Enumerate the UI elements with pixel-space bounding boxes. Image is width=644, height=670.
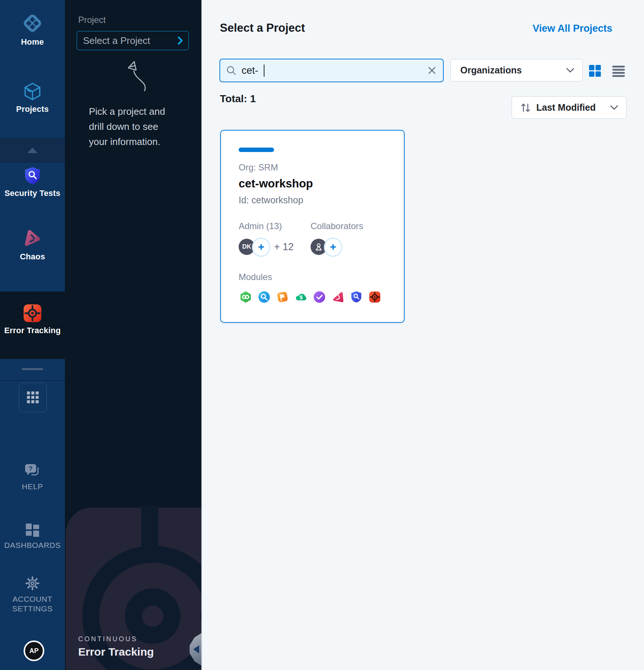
- list-view-button[interactable]: [612, 65, 625, 77]
- security-tests-shield-icon: [22, 166, 42, 185]
- sidebar-item-security-tests[interactable]: Security Tests: [0, 166, 65, 198]
- view-all-projects-link[interactable]: View All Projects: [533, 23, 612, 34]
- brand-title: Error Tracking: [78, 646, 154, 658]
- chevron-left-icon: [193, 645, 199, 653]
- module-error-tracking-icon: [368, 291, 381, 303]
- hand-drawn-arrow-graphic: [120, 55, 152, 95]
- chevron-down-icon: [566, 68, 574, 73]
- main-content: Select a Project View All Projects Organ…: [201, 0, 644, 670]
- module-verification-icon: [258, 291, 270, 303]
- hint-line: drill down to see: [89, 119, 185, 134]
- organizations-filter-value: Organizations: [460, 65, 566, 76]
- card-org: Org: SRM: [239, 162, 278, 173]
- search-icon: [226, 65, 236, 76]
- list-view-icon: [612, 65, 625, 77]
- sidebar-item-label: Home: [21, 37, 44, 47]
- card-project-id: Id: cetworkshop: [239, 195, 303, 206]
- text-cursor: [264, 65, 264, 77]
- select-a-project-dropdown[interactable]: Select a Project: [77, 31, 189, 50]
- add-collaborator-button[interactable]: +: [324, 238, 342, 257]
- account-line-1: ACCOUNT: [13, 595, 52, 603]
- project-search-box: [219, 59, 444, 82]
- help-chat-icon: ?: [24, 463, 41, 479]
- admin-label: Admin (13): [239, 221, 282, 231]
- modules-row: $: [239, 291, 381, 303]
- person-icon: [314, 242, 323, 252]
- error-tracking-item-content: Error Tracking: [0, 304, 65, 335]
- module-nav-rail: Home Projects Security Tests: [0, 0, 65, 670]
- collapse-modules-button[interactable]: [0, 138, 65, 162]
- sidebar-item-account-settings[interactable]: ACCOUNTSETTINGS: [0, 576, 65, 614]
- svg-text:?: ?: [29, 465, 32, 472]
- chevron-down-icon: [610, 105, 618, 110]
- error-tracking-target-icon: [23, 304, 42, 322]
- chevron-right-icon: [177, 36, 183, 45]
- sort-dropdown[interactable]: Last Modified: [512, 96, 627, 119]
- svg-text:$: $: [300, 294, 303, 300]
- collaborators-label: Collaborators: [311, 221, 363, 231]
- rail-divider-dash: [22, 368, 43, 370]
- chevron-up-icon: [27, 148, 38, 153]
- sidebar-item-label: Projects: [16, 104, 49, 114]
- dashboards-tiles-icon: [25, 523, 39, 537]
- module-feature-flags-icon: [276, 291, 289, 303]
- pick-project-hint: Pick a project and drill down to see you…: [89, 104, 185, 149]
- sidebar-item-label: HELP: [22, 482, 43, 491]
- module-selector-button[interactable]: [19, 383, 47, 412]
- search-input[interactable]: [241, 65, 427, 77]
- module-chaos-icon: [332, 291, 344, 303]
- hint-line: Pick a project and: [89, 104, 185, 119]
- add-admin-button[interactable]: +: [252, 238, 270, 257]
- sidebar-item-label: Error Tracking: [4, 326, 60, 335]
- sidebar-item-label: Chaos: [20, 252, 45, 262]
- card-project-name: cet-workshop: [239, 177, 313, 190]
- grid-view-icon: [589, 65, 601, 77]
- grid-view-button[interactable]: [589, 65, 601, 77]
- app-window: Home Projects Security Tests: [0, 0, 644, 670]
- module-srm-icon: [313, 291, 326, 303]
- module-ci-icon: [239, 291, 252, 303]
- module-security-tests-icon: [350, 291, 363, 303]
- clear-search-icon[interactable]: [427, 66, 436, 75]
- harness-home-icon: [22, 13, 43, 34]
- project-panel-label: Project: [78, 15, 106, 25]
- sidebar-item-error-tracking[interactable]: Error Tracking: [0, 291, 65, 359]
- sort-value: Last Modified: [536, 102, 610, 113]
- sidebar-item-label: Security Tests: [4, 189, 60, 198]
- sidebar-item-dashboards[interactable]: DASHBOARDS: [0, 523, 65, 550]
- sidebar-item-label: ACCOUNTSETTINGS: [12, 594, 53, 614]
- project-selector-panel: Project Select a Project Pick a project …: [65, 0, 201, 670]
- total-count: Total: 1: [220, 93, 256, 105]
- module-cloud-costs-icon: $: [295, 291, 307, 303]
- sidebar-item-label: DASHBOARDS: [4, 541, 60, 550]
- projects-cube-icon: [23, 82, 42, 101]
- admin-more-count: + 12: [274, 241, 294, 253]
- gear-icon: [25, 576, 40, 591]
- sort-arrows-icon: [520, 102, 531, 114]
- sidebar-item-projects[interactable]: Projects: [0, 82, 65, 114]
- card-accent-bar: [239, 148, 274, 152]
- apps-grid-icon: [26, 391, 39, 404]
- account-line-2: SETTINGS: [12, 604, 53, 613]
- modules-label: Modules: [239, 272, 272, 282]
- select-a-project-value: Select a Project: [83, 35, 177, 46]
- panel-branding: CONTINUOUS Error Tracking: [78, 635, 154, 658]
- organizations-filter-dropdown[interactable]: Organizations: [450, 59, 583, 82]
- brand-kicker: CONTINUOUS: [78, 635, 154, 643]
- avatars-row: DK + + 12 +: [221, 238, 404, 256]
- sidebar-item-chaos[interactable]: Chaos: [0, 229, 65, 262]
- rail-divider-line: [0, 380, 65, 381]
- page-title: Select a Project: [220, 21, 305, 35]
- hint-line: your information.: [89, 134, 185, 149]
- user-avatar[interactable]: AP: [24, 640, 44, 661]
- sidebar-item-home[interactable]: Home: [0, 13, 65, 47]
- sidebar-item-help[interactable]: ? HELP: [0, 463, 65, 491]
- project-card[interactable]: Org: SRM cet-workshop Id: cetworkshop Ad…: [220, 130, 405, 323]
- chaos-icon: [22, 229, 43, 249]
